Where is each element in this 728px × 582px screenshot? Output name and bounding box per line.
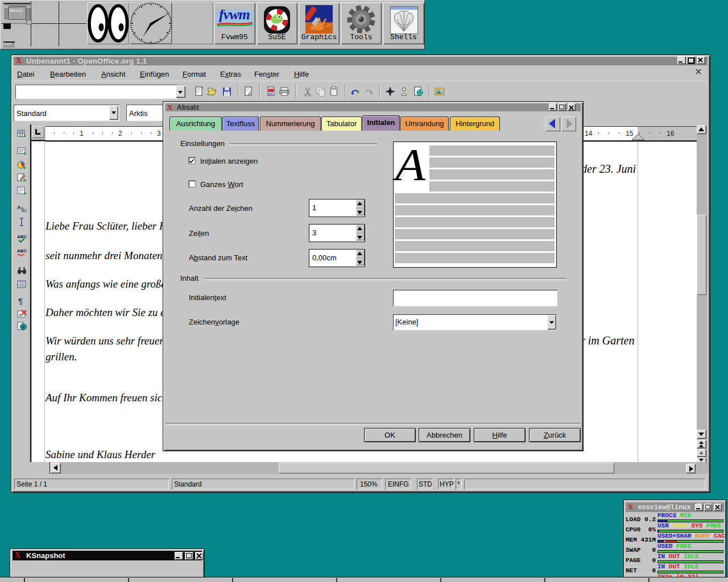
svg-text:BC: BC <box>22 209 27 213</box>
svg-text:¶: ¶ <box>18 297 23 306</box>
svg-text:ABC: ABC <box>17 248 27 253</box>
svg-text:ABC: ABC <box>17 234 27 239</box>
svg-text:A: A <box>17 205 21 210</box>
